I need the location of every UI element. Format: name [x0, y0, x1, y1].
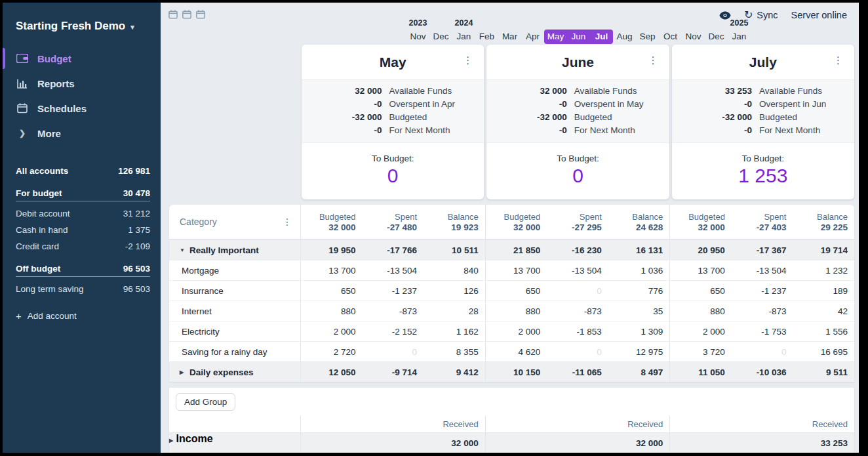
- budget-cell[interactable]: -17 367: [732, 240, 793, 260]
- budget-cell[interactable]: 12 975: [608, 342, 670, 362]
- budget-file-menu[interactable]: Starting Fresh Demo ▾: [3, 17, 161, 35]
- account-row-debit[interactable]: Debit account 31 212: [16, 205, 150, 222]
- budget-cell[interactable]: 8 497: [608, 362, 670, 382]
- budget-cell[interactable]: 16 695: [793, 342, 854, 362]
- budget-cell[interactable]: 10 150: [486, 362, 547, 382]
- timeline-month-feb[interactable]: Feb: [475, 30, 498, 44]
- budget-cell[interactable]: -2 152: [363, 321, 424, 341]
- timeline-month-jan[interactable]: Jan: [728, 30, 751, 44]
- budget-cell[interactable]: 20 950: [670, 240, 732, 260]
- calendar-3-months-icon[interactable]: [196, 10, 205, 19]
- account-row-cash[interactable]: Cash in hand 1 375: [16, 222, 150, 238]
- budget-cell[interactable]: 1 036: [608, 260, 670, 280]
- sidebar-item-budget[interactable]: Budget: [3, 46, 161, 71]
- timeline-month-nov[interactable]: Nov: [406, 30, 429, 44]
- budget-cell[interactable]: -9 714: [363, 362, 424, 382]
- budget-cell[interactable]: -16 230: [547, 240, 608, 260]
- category-name[interactable]: Mortgage: [169, 260, 300, 280]
- calendar-2-months-icon[interactable]: [182, 10, 191, 19]
- timeline-month-oct[interactable]: Oct: [659, 30, 682, 44]
- account-row-long-term-saving[interactable]: Long term saving 96 503: [16, 281, 150, 297]
- timeline-month-apr[interactable]: Apr: [521, 30, 544, 44]
- budget-cell[interactable]: 4 620: [486, 342, 547, 362]
- budget-cell[interactable]: 1 556: [793, 321, 854, 341]
- budget-cell[interactable]: 2 720: [301, 342, 363, 362]
- budget-cell[interactable]: 840: [424, 260, 485, 280]
- income-group-row[interactable]: ▶ Income 32 00032 00033 253: [169, 432, 854, 453]
- category-name[interactable]: Electricity: [169, 321, 300, 341]
- for-budget-header[interactable]: For budget 30 478: [16, 188, 150, 201]
- budget-cell[interactable]: 8 355: [424, 342, 485, 362]
- budget-cell[interactable]: 28: [424, 301, 485, 321]
- timeline-month-mar[interactable]: Mar: [498, 30, 521, 44]
- income-received-value[interactable]: 33 253: [821, 438, 848, 448]
- budget-cell[interactable]: 2 000: [670, 321, 732, 341]
- timeline-month-jun[interactable]: Jun: [567, 30, 590, 44]
- budget-cell[interactable]: 880: [301, 301, 363, 321]
- timeline-month-may[interactable]: May: [544, 30, 567, 44]
- timeline-month-nov[interactable]: Nov: [682, 30, 705, 44]
- timeline-month-aug[interactable]: Aug: [613, 30, 636, 44]
- sidebar-item-schedules[interactable]: Schedules: [3, 96, 161, 121]
- budget-cell[interactable]: -873: [547, 301, 608, 321]
- budget-cell[interactable]: 42: [793, 301, 854, 321]
- to-budget-value[interactable]: 1 253: [738, 165, 787, 187]
- budget-cell[interactable]: -10 036: [732, 362, 793, 382]
- budget-cell[interactable]: 21 850: [486, 240, 547, 260]
- timeline-month-sep[interactable]: Sep: [636, 30, 659, 44]
- budget-cell[interactable]: 13 700: [301, 260, 363, 280]
- month-menu-icon[interactable]: ⋮: [648, 55, 659, 65]
- budget-cell[interactable]: 2 000: [301, 321, 363, 341]
- budget-cell[interactable]: 0: [363, 342, 424, 362]
- budget-cell[interactable]: 776: [608, 281, 670, 301]
- budget-cell[interactable]: 12 050: [301, 362, 363, 382]
- account-row-credit-card[interactable]: Credit card -2 109: [16, 238, 150, 255]
- budget-cell[interactable]: 35: [608, 301, 670, 321]
- budget-cell[interactable]: -11 065: [547, 362, 608, 382]
- budget-cell[interactable]: -13 504: [363, 260, 424, 280]
- budget-cell[interactable]: -1 853: [547, 321, 608, 341]
- month-menu-icon[interactable]: ⋮: [463, 55, 473, 65]
- budget-cell[interactable]: 0: [547, 342, 608, 362]
- category-menu-icon[interactable]: ⋮: [283, 217, 292, 227]
- budget-cell[interactable]: 13 700: [670, 260, 732, 280]
- to-budget-value[interactable]: 0: [387, 165, 399, 187]
- budget-cell[interactable]: -873: [363, 301, 424, 321]
- group-name[interactable]: ▼Really Important: [169, 240, 300, 260]
- off-budget-header[interactable]: Off budget 96 503: [16, 264, 150, 277]
- timeline-month-jan[interactable]: Jan: [452, 30, 475, 44]
- budget-cell[interactable]: -1 237: [363, 281, 424, 301]
- budget-cell[interactable]: 880: [670, 301, 732, 321]
- category-name[interactable]: Internet: [169, 301, 300, 321]
- budget-cell[interactable]: 10 511: [424, 240, 485, 260]
- timeline-month-jul[interactable]: Jul: [590, 30, 613, 44]
- budget-cell[interactable]: -1 237: [732, 281, 793, 301]
- budget-cell[interactable]: 3 720: [670, 342, 732, 362]
- sidebar-item-more[interactable]: ❯ More: [3, 121, 161, 146]
- budget-cell[interactable]: 19 714: [793, 240, 854, 260]
- budget-cell[interactable]: 16 131: [608, 240, 670, 260]
- budget-cell[interactable]: 189: [793, 281, 854, 301]
- budget-cell[interactable]: -13 504: [547, 260, 608, 280]
- budget-cell[interactable]: 9 511: [793, 362, 854, 382]
- privacy-eye-button[interactable]: [719, 11, 731, 20]
- budget-cell[interactable]: 11 050: [670, 362, 732, 382]
- category-name[interactable]: Saving for a rainy day: [169, 342, 300, 362]
- budget-cell[interactable]: 126: [424, 281, 485, 301]
- timeline-month-dec[interactable]: Dec: [705, 30, 728, 44]
- budget-cell[interactable]: 1 232: [793, 260, 854, 280]
- income-received-value[interactable]: 32 000: [451, 438, 478, 448]
- budget-cell[interactable]: 880: [486, 301, 547, 321]
- month-menu-icon[interactable]: ⋮: [833, 55, 844, 65]
- budget-cell[interactable]: -873: [732, 301, 793, 321]
- budget-cell[interactable]: 1 162: [424, 321, 485, 341]
- income-group-toggle[interactable]: ▶ Income: [169, 433, 300, 453]
- all-accounts-row[interactable]: All accounts 126 981: [16, 163, 150, 179]
- budget-cell[interactable]: 650: [301, 281, 363, 301]
- budget-cell[interactable]: -17 766: [363, 240, 424, 260]
- budget-cell[interactable]: 19 950: [301, 240, 363, 260]
- add-group-button[interactable]: Add Group: [176, 393, 235, 411]
- calendar-1-month-icon[interactable]: [168, 10, 178, 19]
- timeline-month-dec[interactable]: Dec: [429, 30, 452, 44]
- budget-cell[interactable]: 9 412: [424, 362, 485, 382]
